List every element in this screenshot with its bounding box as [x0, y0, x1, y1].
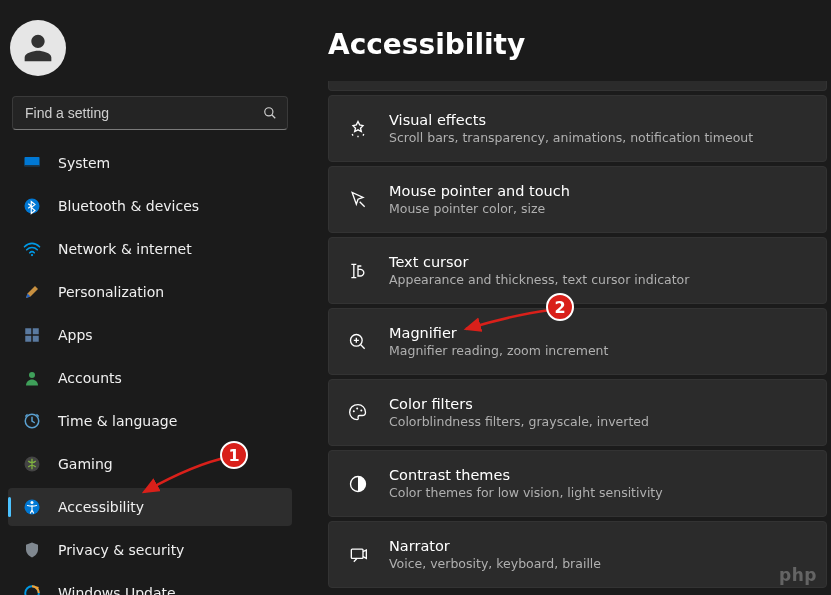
sidebar-item-label: Gaming: [58, 456, 113, 472]
card-text: Narrator Voice, verbosity, keyboard, bra…: [389, 538, 601, 571]
accounts-icon: [22, 368, 42, 388]
sidebar-item-label: Personalization: [58, 284, 164, 300]
watermark: php: [779, 565, 817, 585]
sidebar-item-gaming[interactable]: Gaming: [8, 445, 292, 483]
card-subtitle: Color themes for low vision, light sensi…: [389, 485, 663, 500]
svg-rect-21: [351, 549, 363, 558]
card-title: Visual effects: [389, 112, 753, 128]
annotation-badge-2: 2: [546, 293, 574, 321]
sidebar-item-label: Network & internet: [58, 241, 192, 257]
card-title: Narrator: [389, 538, 601, 554]
text-cursor-icon: [347, 260, 369, 282]
sidebar-item-label: Apps: [58, 327, 93, 343]
contrast-icon: [347, 473, 369, 495]
search-input[interactable]: [13, 105, 253, 121]
svg-rect-3: [25, 165, 40, 167]
svg-point-14: [31, 501, 34, 504]
card-text: Visual effects Scroll bars, transparency…: [389, 112, 753, 145]
svg-rect-9: [33, 336, 39, 342]
shield-icon: [22, 540, 42, 560]
card-subtitle: Scroll bars, transparency, animations, n…: [389, 130, 753, 145]
scroll-area: Visual effects Scroll bars, transparency…: [328, 81, 827, 595]
sidebar-item-network[interactable]: Network & internet: [8, 230, 292, 268]
svg-rect-6: [25, 328, 31, 334]
sidebar-item-label: Accounts: [58, 370, 122, 386]
card-visual-effects[interactable]: Visual effects Scroll bars, transparency…: [328, 95, 827, 162]
svg-rect-7: [33, 328, 39, 334]
visual-effects-icon: [347, 118, 369, 140]
sidebar-item-label: Bluetooth & devices: [58, 198, 199, 214]
sidebar-item-accessibility[interactable]: Accessibility: [8, 488, 292, 526]
sidebar-item-privacy[interactable]: Privacy & security: [8, 531, 292, 569]
card-text: Color filters Colorblindness filters, gr…: [389, 396, 649, 429]
card-narrator[interactable]: Narrator Voice, verbosity, keyboard, bra…: [328, 521, 827, 588]
svg-line-1: [272, 115, 276, 119]
svg-point-5: [31, 254, 33, 256]
card-text: Magnifier Magnifier reading, zoom increm…: [389, 325, 608, 358]
card-magnifier[interactable]: Magnifier Magnifier reading, zoom increm…: [328, 308, 827, 375]
svg-point-18: [356, 407, 358, 409]
card-title: Mouse pointer and touch: [389, 183, 570, 199]
wifi-icon: [22, 239, 42, 259]
narrator-icon: [347, 544, 369, 566]
card-subtitle: Mouse pointer color, size: [389, 201, 570, 216]
search-box[interactable]: [12, 96, 288, 130]
card-text-cursor[interactable]: Text cursor Appearance and thickness, te…: [328, 237, 827, 304]
nav: System Bluetooth & devices Network & int…: [8, 144, 292, 595]
card-color-filters[interactable]: Color filters Colorblindness filters, gr…: [328, 379, 827, 446]
sidebar-item-bluetooth[interactable]: Bluetooth & devices: [8, 187, 292, 225]
accessibility-icon: [22, 497, 42, 517]
card-subtitle: Voice, verbosity, keyboard, braille: [389, 556, 601, 571]
update-icon: [22, 583, 42, 595]
sidebar-item-label: System: [58, 155, 110, 171]
card-text: Mouse pointer and touch Mouse pointer co…: [389, 183, 570, 216]
card-contrast-themes[interactable]: Contrast themes Color themes for low vis…: [328, 450, 827, 517]
card-mouse-pointer[interactable]: Mouse pointer and touch Mouse pointer co…: [328, 166, 827, 233]
annotation-badge-1: 1: [220, 441, 248, 469]
color-filters-icon: [347, 402, 369, 424]
svg-point-19: [360, 409, 362, 411]
system-icon: [22, 153, 42, 173]
card-subtitle: Colorblindness filters, grayscale, inver…: [389, 414, 649, 429]
magnifier-icon: [347, 331, 369, 353]
bluetooth-icon: [22, 196, 42, 216]
card-title: Text cursor: [389, 254, 689, 270]
card-text: Text cursor Appearance and thickness, te…: [389, 254, 689, 287]
sidebar-item-apps[interactable]: Apps: [8, 316, 292, 354]
page-title: Accessibility: [328, 28, 827, 61]
sidebar-item-accounts[interactable]: Accounts: [8, 359, 292, 397]
svg-point-17: [353, 410, 355, 412]
sidebar-item-update[interactable]: Windows Update: [8, 574, 292, 595]
search-icon[interactable]: [253, 106, 287, 120]
card-title: Magnifier: [389, 325, 608, 341]
gaming-icon: [22, 454, 42, 474]
card-title: Color filters: [389, 396, 649, 412]
card-subtitle: Magnifier reading, zoom increment: [389, 343, 608, 358]
mouse-pointer-icon: [347, 189, 369, 211]
svg-point-0: [265, 108, 273, 116]
sidebar-item-label: Time & language: [58, 413, 177, 429]
card-text: Contrast themes Color themes for low vis…: [389, 467, 663, 500]
svg-rect-8: [25, 336, 31, 342]
sidebar: System Bluetooth & devices Network & int…: [0, 0, 300, 595]
card-subtitle: Appearance and thickness, text cursor in…: [389, 272, 689, 287]
avatar[interactable]: [10, 20, 66, 76]
svg-point-10: [29, 372, 35, 378]
paint-icon: [22, 282, 42, 302]
sidebar-item-system[interactable]: System: [8, 144, 292, 182]
sidebar-item-label: Windows Update: [58, 585, 176, 595]
sidebar-item-time[interactable]: Time & language: [8, 402, 292, 440]
sidebar-item-label: Accessibility: [58, 499, 144, 515]
card-title: Contrast themes: [389, 467, 663, 483]
avatar-wrap: [8, 10, 292, 96]
search-wrap: [12, 96, 288, 130]
sidebar-item-personalization[interactable]: Personalization: [8, 273, 292, 311]
apps-icon: [22, 325, 42, 345]
card-partial-top: [328, 81, 827, 91]
sidebar-item-label: Privacy & security: [58, 542, 184, 558]
user-icon: [22, 32, 54, 64]
clock-icon: [22, 411, 42, 431]
